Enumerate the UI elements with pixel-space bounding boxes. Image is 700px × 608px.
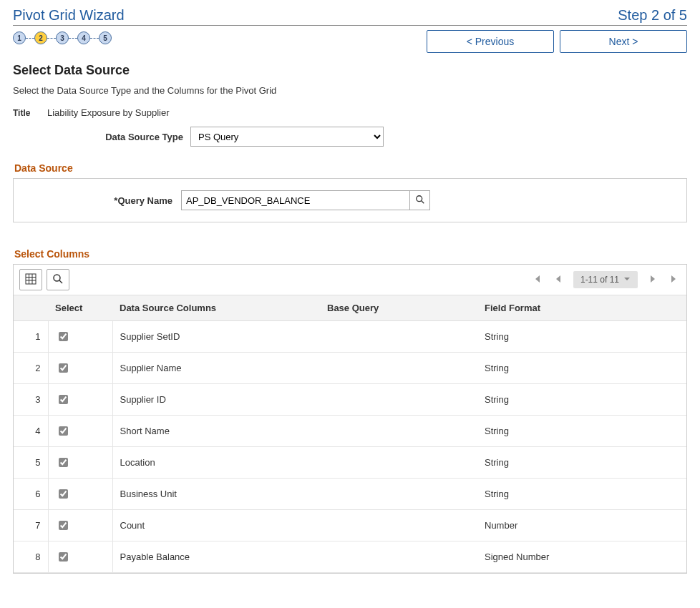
svg-rect-2 <box>26 274 36 284</box>
grid-row-count-label: 1-11 of 11 <box>580 275 619 285</box>
row-select-checkbox[interactable] <box>59 521 68 530</box>
title-value: Liability Exposure by Supplier <box>47 107 170 118</box>
first-page-icon <box>533 275 541 285</box>
row-field-format: String <box>477 353 686 384</box>
col-header-data-source-columns[interactable]: Data Source Columns <box>112 295 320 321</box>
table-row: 3Supplier IDString <box>14 384 686 416</box>
query-name-label: *Query Name <box>24 195 181 206</box>
data-source-type-select[interactable]: PS Query <box>190 127 384 147</box>
row-select-cell <box>48 510 112 541</box>
search-icon <box>415 195 425 207</box>
table-row: 2Supplier NameString <box>14 353 686 384</box>
step-connector <box>47 38 56 39</box>
grid-first-page-button[interactable] <box>530 273 543 286</box>
row-field-format: Signed Number <box>477 541 686 573</box>
row-field-format: Number <box>477 510 686 541</box>
step-circle-5[interactable]: 5 <box>99 31 112 44</box>
table-row: 5LocationString <box>14 447 686 479</box>
select-columns-section-head: Select Columns <box>14 248 687 260</box>
step-connector <box>69 38 77 39</box>
row-select-cell <box>48 353 112 384</box>
svg-line-1 <box>421 200 424 203</box>
grid-row-count[interactable]: 1-11 of 11 <box>573 271 638 288</box>
grid-prev-page-button[interactable] <box>552 273 565 286</box>
row-number: 1 <box>14 321 48 353</box>
wizard-title: Pivot Grid Wizard <box>13 7 125 24</box>
row-select-checkbox[interactable] <box>59 489 68 499</box>
row-select-cell <box>48 447 112 479</box>
row-base-query <box>320 384 477 416</box>
row-base-query <box>320 353 477 384</box>
row-select-checkbox[interactable] <box>59 552 68 562</box>
table-row: 7CountNumber <box>14 510 686 541</box>
grid-next-page-button[interactable] <box>646 273 659 286</box>
row-select-cell <box>48 384 112 416</box>
step-circle-4[interactable]: 4 <box>77 31 90 44</box>
data-source-section-head: Data Source <box>14 162 687 174</box>
row-select-checkbox[interactable] <box>59 458 68 467</box>
row-field-format: String <box>477 416 686 447</box>
table-row: 1Supplier SetIDString <box>14 321 686 353</box>
col-header-base-query[interactable]: Base Query <box>320 295 477 321</box>
columns-table: Select Data Source Columns Base Query Fi… <box>14 295 686 573</box>
row-select-cell <box>48 479 112 510</box>
table-row: 4Short NameString <box>14 416 686 447</box>
select-columns-box: 1-11 of 11 Select Data Source Columns Ba… <box>13 264 687 574</box>
title-label: Title <box>13 108 47 118</box>
row-select-checkbox[interactable] <box>59 332 68 341</box>
grid-settings-button[interactable] <box>19 269 42 290</box>
row-base-query <box>320 321 477 353</box>
row-data-source-column: Supplier Name <box>112 353 320 384</box>
query-name-lookup-button[interactable] <box>410 190 430 210</box>
page-heading: Select Data Source <box>13 63 687 78</box>
query-name-input[interactable] <box>181 190 410 210</box>
row-field-format: String <box>477 321 686 353</box>
next-page-icon <box>648 275 657 285</box>
previous-button[interactable]: < Previous <box>427 30 554 53</box>
row-data-source-column: Supplier ID <box>112 384 320 416</box>
svg-point-0 <box>416 195 422 201</box>
row-number: 6 <box>14 479 48 510</box>
row-number: 8 <box>14 541 48 573</box>
prev-page-icon <box>554 275 563 285</box>
grid-find-button[interactable] <box>47 269 69 290</box>
row-select-cell <box>48 541 112 573</box>
row-number: 2 <box>14 353 48 384</box>
data-source-type-label: Data Source Type <box>13 132 190 142</box>
grid-last-page-button[interactable] <box>668 273 681 286</box>
row-select-checkbox[interactable] <box>59 395 68 404</box>
step-circle-3[interactable]: 3 <box>56 31 69 44</box>
col-header-rownum <box>14 295 48 321</box>
step-connector <box>26 38 34 39</box>
chevron-down-icon <box>623 275 631 285</box>
row-field-format: String <box>477 384 686 416</box>
row-number: 3 <box>14 384 48 416</box>
row-data-source-column: Location <box>112 447 320 479</box>
col-header-field-format[interactable]: Field Format <box>477 295 686 321</box>
row-base-query <box>320 510 477 541</box>
row-number: 7 <box>14 510 48 541</box>
step-circle-2[interactable]: 2 <box>34 31 47 44</box>
row-select-checkbox[interactable] <box>59 363 68 373</box>
row-number: 5 <box>14 447 48 479</box>
step-indicator: Step 2 of 5 <box>618 7 687 24</box>
table-row: 6Business UnitString <box>14 479 686 510</box>
row-number: 4 <box>14 416 48 447</box>
last-page-icon <box>670 275 679 285</box>
next-button[interactable]: Next > <box>560 30 687 53</box>
step-circle-1[interactable]: 1 <box>13 31 26 44</box>
row-data-source-column: Supplier SetID <box>112 321 320 353</box>
row-select-checkbox[interactable] <box>59 426 68 436</box>
step-train: 12345 <box>13 30 112 44</box>
row-select-cell <box>48 321 112 353</box>
row-data-source-column: Count <box>112 510 320 541</box>
row-select-cell <box>48 416 112 447</box>
step-connector <box>90 38 99 39</box>
data-source-box: *Query Name <box>13 178 687 222</box>
row-field-format: String <box>477 479 686 510</box>
row-data-source-column: Business Unit <box>112 479 320 510</box>
row-base-query <box>320 416 477 447</box>
page-instruction: Select the Data Source Type and the Colu… <box>13 85 687 96</box>
col-header-select[interactable]: Select <box>48 295 112 321</box>
table-row: 8Payable BalanceSigned Number <box>14 541 686 573</box>
